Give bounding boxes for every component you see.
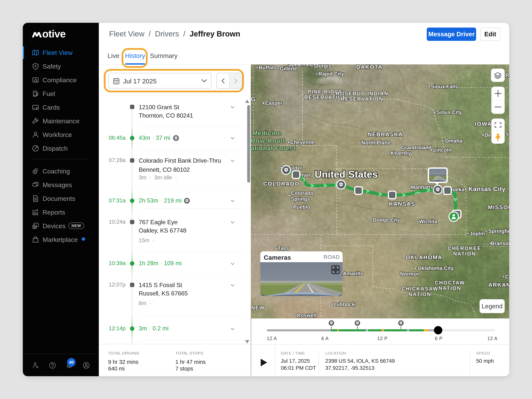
svg-text:Oklahoma City: Oklahoma City: [418, 266, 454, 271]
svg-text:Springfield: Springfield: [488, 228, 509, 234]
svg-text:Sturgis: Sturgis: [314, 64, 331, 69]
svg-text:KANSAS: KANSAS: [389, 201, 415, 207]
svg-text:ROAD: ROAD: [323, 254, 340, 260]
svg-text:ARKANSAS: ARKANSAS: [488, 282, 509, 288]
svg-text:NATION: NATION: [408, 291, 431, 297]
svg-text:NEBRASKA: NEBRASKA: [368, 131, 403, 137]
svg-text:Ro: Ro: [505, 72, 509, 78]
svg-text:Amarillo: Amarillo: [343, 271, 363, 276]
svg-text:Branson: Branson: [491, 241, 509, 246]
svg-text:Co: Co: [505, 274, 509, 280]
svg-text:Kansas City: Kansas City: [468, 185, 505, 192]
svg-text:G: G: [251, 96, 256, 103]
svg-text:Spearfish: Spearfish: [288, 64, 311, 67]
svg-text:CHEROKEE: CHEROKEE: [448, 246, 481, 251]
svg-text:DAKOTA: DAKOTA: [356, 64, 382, 70]
svg-text:Medicine: Medicine: [252, 129, 281, 137]
svg-text:NEW: NEW: [251, 305, 265, 311]
svg-text:Sioux Falls: Sioux Falls: [431, 84, 458, 89]
svg-text:COLORADO: COLORADO: [263, 180, 299, 187]
svg-text:Legend: Legend: [482, 303, 503, 310]
svg-text:Roswell: Roswell: [297, 313, 316, 318]
svg-text:ational Forest: ational Forest: [251, 145, 296, 152]
svg-text:CHOCTAW: CHOCTAW: [435, 280, 465, 285]
svg-text:United States: United States: [315, 169, 378, 180]
svg-text:ROSEBUD INDIAN: ROSEBUD INDIAN: [336, 91, 389, 96]
svg-text:NATION: NATION: [453, 251, 476, 257]
svg-text:Sioux City: Sioux City: [437, 109, 462, 115]
svg-text:s: s: [506, 131, 509, 137]
svg-text:OKLAHOMA: OKLAHOMA: [406, 254, 442, 260]
svg-text:Buffalo: Buffalo: [259, 65, 276, 70]
svg-text:North Platte: North Platte: [361, 140, 391, 146]
svg-text:NATION: NATION: [438, 285, 461, 291]
svg-text:Omaha: Omaha: [445, 138, 463, 144]
svg-text:Lincoln: Lincoln: [433, 147, 451, 153]
svg-text:Dodge City: Dodge City: [373, 217, 400, 223]
svg-text:Lubbock: Lubbock: [333, 302, 355, 307]
svg-text:CHICKASAW: CHICKASAW: [401, 286, 438, 292]
svg-text:Grand Island: Grand Island: [401, 145, 431, 151]
svg-text:Kearney: Kearney: [391, 150, 411, 156]
svg-text:otive: otive: [42, 29, 66, 38]
svg-text:Wichita: Wichita: [419, 219, 437, 224]
svg-text:Springs: Springs: [291, 196, 310, 202]
svg-text:Pueblo: Pueblo: [293, 204, 310, 210]
svg-text:Rapid City: Rapid City: [318, 71, 344, 77]
svg-text:Taos: Taos: [278, 246, 289, 251]
svg-text:MISSOURI: MISSOURI: [488, 204, 509, 210]
svg-text:IOWA: IOWA: [475, 121, 492, 127]
svg-text:Bow-Routt: Bow-Routt: [251, 137, 285, 144]
svg-text:Joplin: Joplin: [470, 231, 485, 237]
svg-text:Cheyenne: Cheyenne: [290, 139, 315, 145]
svg-text:RESERVATION: RESERVATION: [341, 96, 383, 102]
svg-text:Cameras: Cameras: [264, 254, 291, 261]
svg-text:Colorado: Colorado: [291, 190, 314, 196]
svg-text:Casper: Casper: [265, 100, 283, 106]
